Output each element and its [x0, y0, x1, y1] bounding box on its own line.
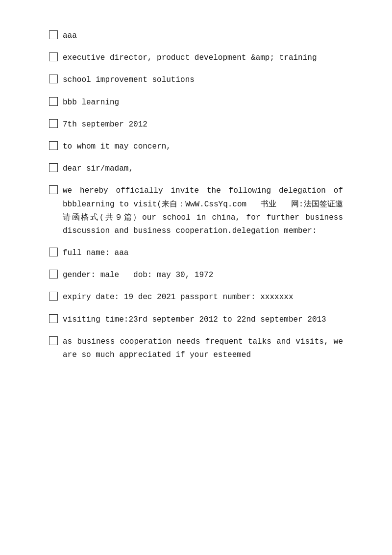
- item-full-name-text: full name: aaa: [63, 247, 343, 260]
- checkbox-7th-september[interactable]: [49, 119, 58, 128]
- document-content: aaa executive director, product developm…: [49, 29, 343, 362]
- checkbox-full-name[interactable]: [49, 248, 58, 256]
- checkbox-executive[interactable]: [49, 52, 58, 61]
- checkbox-visiting[interactable]: [49, 314, 58, 323]
- checkbox-bbb-learning[interactable]: [49, 97, 58, 106]
- item-aaa: aaa: [49, 29, 343, 43]
- item-gender: gender: male dob: may 30, 1972: [49, 269, 343, 282]
- item-dear-sir: dear sir/madam,: [49, 162, 343, 176]
- checkbox-we-hereby[interactable]: [49, 185, 58, 194]
- item-visiting: visiting time:23rd september 2012 to 22n…: [49, 313, 343, 327]
- item-expiry-text: expiry date: 19 dec 2021 passport number…: [63, 291, 343, 304]
- item-gender-text: gender: male dob: may 30, 1972: [63, 269, 343, 282]
- checkbox-school-improvement[interactable]: [49, 75, 58, 83]
- item-dear-sir-text: dear sir/madam,: [63, 162, 343, 176]
- item-as-business-text: as business cooperation needs frequent t…: [63, 335, 343, 362]
- item-school-improvement: school improvement solutions: [49, 74, 343, 87]
- item-expiry: expiry date: 19 dec 2021 passport number…: [49, 291, 343, 304]
- item-we-hereby-text: we hereby officially invite the followin…: [63, 184, 343, 238]
- item-bbb-learning-text: bbb learning: [63, 96, 343, 109]
- item-7th-september-text: 7th september 2012: [63, 118, 343, 131]
- item-executive: executive director, product development …: [49, 51, 343, 65]
- item-executive-text: executive director, product development …: [63, 51, 343, 65]
- item-we-hereby: we hereby officially invite the followin…: [49, 184, 343, 238]
- item-aaa-text: aaa: [63, 29, 343, 43]
- item-bbb-learning: bbb learning: [49, 96, 343, 109]
- checkbox-aaa[interactable]: [49, 30, 58, 39]
- checkbox-gender[interactable]: [49, 270, 58, 278]
- checkbox-expiry[interactable]: [49, 292, 58, 301]
- item-7th-september: 7th september 2012: [49, 118, 343, 131]
- item-visiting-text: visiting time:23rd september 2012 to 22n…: [63, 313, 343, 327]
- checkbox-as-business[interactable]: [49, 336, 58, 345]
- item-to-whom: to whom it may concern,: [49, 140, 343, 153]
- item-school-improvement-text: school improvement solutions: [63, 74, 343, 87]
- checkbox-to-whom[interactable]: [49, 141, 58, 150]
- checkbox-dear-sir[interactable]: [49, 163, 58, 172]
- item-full-name: full name: aaa: [49, 247, 343, 260]
- item-as-business: as business cooperation needs frequent t…: [49, 335, 343, 362]
- item-to-whom-text: to whom it may concern,: [63, 140, 343, 153]
